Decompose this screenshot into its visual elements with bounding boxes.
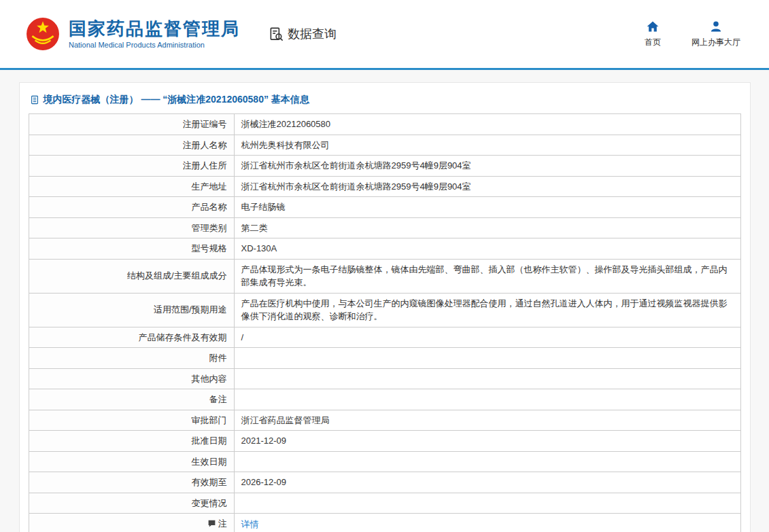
field-label: 产品储存条件及有效期 [29,327,234,348]
table-row: 生产地址 浙江省杭州市余杭区仓前街道余杭塘路2959号4幢9层904室 [29,176,740,197]
field-label: 有效期至 [29,472,234,493]
table-row: 注册证编号 浙械注准20212060580 [29,114,740,135]
field-value [234,368,740,389]
field-label: 结构及组成/主要组成成分 [29,259,234,293]
field-label: 附件 [29,348,234,369]
page-content: 境内医疗器械（注册） —— “浙械注准20212060580” 基本信息 注册证… [0,70,769,532]
panel-title: 境内医疗器械（注册） —— “浙械注准20212060580” 基本信息 [29,88,741,113]
field-value: XD-130A [234,238,740,260]
header-nav: 首页 网上办事大厅 [641,20,740,48]
nav-hall-label: 网上办事大厅 [691,37,740,48]
table-row: 其他内容 [29,368,740,389]
org-name-en: National Medical Products Administration [69,41,240,49]
table-row: 结构及组成/主要组成成分 产品体现形式为一条电子结肠镜整体，镜体由先端部、弯曲部… [29,259,740,293]
field-label: 注册证编号 [29,114,234,135]
table-row: 备注 [29,389,740,410]
field-value: 浙江省药品监督管理局 [234,410,740,431]
registration-info-panel: 境内医疗器械（注册） —— “浙械注准20212060580” 基本信息 注册证… [19,82,751,532]
table-row: 注册人名称 杭州先奥科技有限公司 [29,135,740,156]
table-row: 有效期至 2026-12-09 [29,472,740,493]
field-value [234,451,740,472]
field-label: 变更情况 [29,493,234,514]
field-label: 注册人名称 [29,135,234,156]
comment-icon [207,519,216,528]
nav-item-service-hall[interactable]: 网上办事大厅 [691,20,740,48]
field-label: 生产地址 [29,176,234,197]
field-value [234,389,740,410]
field-value-note: 详情 [234,514,740,532]
document-search-icon [269,26,284,42]
details-link[interactable]: 详情 [241,519,259,529]
data-query-tab[interactable]: 数据查询 [269,26,337,42]
table-row: 注 详情 [29,514,740,532]
field-value: 浙械注准20212060580 [234,114,740,135]
user-icon [709,20,723,33]
field-value [234,348,740,369]
field-value: 第二类 [234,217,740,238]
field-value: 电子结肠镜 [234,197,740,218]
field-value: 浙江省杭州市余杭区仓前街道余杭塘路2959号4幢9层904室 [234,176,740,197]
nav-item-home[interactable]: 首页 [641,20,664,48]
table-row: 型号规格 XD-130A [29,238,740,260]
field-label: 管理类别 [29,217,234,238]
field-label: 批准日期 [29,431,234,452]
org-name-zh: 国家药品监督管理局 [69,19,240,39]
data-query-label: 数据查询 [288,26,337,42]
site-header: 国家药品监督管理局 National Medical Products Admi… [0,0,769,70]
field-value [234,493,740,514]
field-label: 其他内容 [29,368,234,389]
field-value: 杭州先奥科技有限公司 [234,135,740,156]
nav-home-label: 首页 [645,37,661,48]
field-label: 注册人住所 [29,156,234,177]
document-icon [30,95,39,105]
registration-info-table: 注册证编号 浙械注准20212060580 注册人名称 杭州先奥科技有限公司 注… [29,113,741,532]
field-label: 适用范围/预期用途 [29,293,234,327]
table-row: 产品名称 电子结肠镜 [29,197,740,218]
field-value: 浙江省杭州市余杭区仓前街道余杭塘路2959号4幢9层904室 [234,156,740,177]
table-row: 审批部门 浙江省药品监督管理局 [29,410,740,431]
table-row: 管理类别 第二类 [29,217,740,238]
field-value: / [234,327,740,348]
table-row: 变更情况 [29,493,740,514]
table-row: 产品储存条件及有效期 / [29,327,740,348]
table-row: 注册人住所 浙江省杭州市余杭区仓前街道余杭塘路2959号4幢9层904室 [29,156,740,177]
table-row: 生效日期 [29,451,740,472]
field-value: 产品在医疗机构中使用，与本公司生产的内窥镜图像处理器配合使用，通过自然孔道进入人… [234,293,740,327]
field-value: 产品体现形式为一条电子结肠镜整体，镜体由先端部、弯曲部、插入部（也称作主软管）、… [234,259,740,293]
org-title-block: 国家药品监督管理局 National Medical Products Admi… [69,19,240,50]
field-value: 2021-12-09 [234,431,740,452]
field-label: 生效日期 [29,451,234,472]
table-row: 批准日期 2021-12-09 [29,431,740,452]
header-branding: 国家药品监督管理局 National Medical Products Admi… [26,17,337,51]
field-label: 产品名称 [29,197,234,218]
field-label-note: 注 [29,514,234,532]
table-row: 适用范围/预期用途 产品在医疗机构中使用，与本公司生产的内窥镜图像处理器配合使用… [29,293,740,327]
field-label: 备注 [29,389,234,410]
page-title: 境内医疗器械（注册） —— “浙械注准20212060580” 基本信息 [44,94,309,106]
field-label: 型号规格 [29,238,234,260]
nmpa-logo [26,17,60,51]
home-icon [646,20,660,33]
field-label: 审批部门 [29,410,234,431]
field-value: 2026-12-09 [234,472,740,493]
table-row: 附件 [29,348,740,369]
